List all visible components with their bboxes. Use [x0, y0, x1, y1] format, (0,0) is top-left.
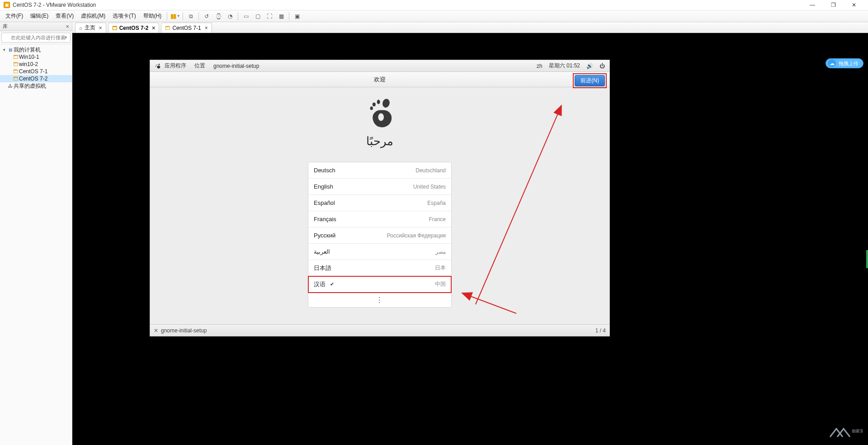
gnome-places-menu[interactable]: 位置: [194, 62, 205, 70]
language-row[interactable]: EspañolEspaña: [308, 195, 451, 211]
watermark-logo: 创新互联: [826, 423, 863, 441]
next-button[interactable]: 前进(N): [575, 75, 605, 86]
window-close-button[interactable]: ✕: [844, 0, 864, 10]
tree-vm-centos7-2[interactable]: 🗔CentOS 7-2: [0, 75, 72, 82]
language-country: France: [429, 216, 446, 222]
language-name: 汉语: [314, 280, 326, 289]
tool-view-unity[interactable]: ▢: [253, 11, 263, 21]
menu-tabs[interactable]: 选项卡(T): [109, 10, 139, 22]
language-row[interactable]: العربيةمصر: [308, 244, 451, 260]
language-name: العربية: [314, 248, 330, 255]
gnome-foot-logo: [364, 98, 396, 130]
library-panel: 库 × 🔍 ▼ ▾🖥 我的计算机 🗔Win10-1 🗔win10-2 🗔Cent…: [0, 22, 72, 445]
guest-screen: 应用程序 位置 gnome-initial-setup zh 星期六 01:52…: [150, 60, 609, 336]
gnome-clock[interactable]: 星期六 01:52: [549, 62, 580, 70]
menubar: 文件(F) 编辑(E) 查看(V) 虚拟机(M) 选项卡(T) 帮助(H) ▮▮…: [0, 10, 868, 22]
language-country: United States: [413, 184, 446, 190]
tab-centos7-2[interactable]: 🗔 CentOS 7-2 ×: [108, 23, 160, 33]
svg-text:创新互联: 创新互联: [852, 429, 863, 433]
language-more-button[interactable]: ⋮: [308, 293, 451, 307]
svg-point-3: [370, 107, 373, 110]
language-name: Deutsch: [314, 167, 335, 174]
right-edge-indicator: [866, 250, 868, 268]
gnome-active-app[interactable]: gnome-initial-setup: [213, 63, 259, 69]
menu-file[interactable]: 文件(F): [2, 10, 27, 22]
svg-point-1: [377, 100, 380, 104]
language-name: English: [314, 183, 333, 190]
tool-thumbnail[interactable]: ▣: [292, 11, 302, 21]
svg-point-0: [382, 98, 391, 109]
language-country: Российская Федерация: [387, 232, 446, 239]
tab-home[interactable]: ⌂ 主页 ×: [75, 23, 106, 33]
pause-button[interactable]: ▮▮▼: [170, 11, 180, 21]
drag-upload-badge[interactable]: ☁ 拖拽上传: [826, 58, 863, 68]
language-name: Español: [314, 199, 335, 206]
gnome-applications-menu[interactable]: 应用程序: [165, 62, 186, 70]
language-country: Deutschland: [415, 167, 446, 174]
tab-close-icon[interactable]: ×: [99, 25, 102, 31]
language-row[interactable]: 汉语✔中国: [308, 276, 451, 293]
language-row[interactable]: РусскийРоссийская Федерация: [308, 227, 451, 244]
gnome-bottom-taskbar: ✕ gnome-initial-setup 1 / 4: [150, 324, 609, 336]
svg-point-4: [378, 114, 384, 121]
language-row[interactable]: FrançaisFrance: [308, 211, 451, 227]
library-search-input[interactable]: [1, 33, 71, 43]
library-close-button[interactable]: ×: [66, 23, 69, 30]
tree-vm-centos7-1[interactable]: 🗔CentOS 7-1: [0, 68, 72, 75]
annotation-box-next: 前进(N): [573, 73, 607, 88]
language-name: Français: [314, 216, 336, 222]
search-dropdown-icon[interactable]: ▼: [64, 35, 68, 40]
language-row[interactable]: DeutschDeutschland: [308, 162, 451, 179]
home-icon: ⌂: [79, 25, 82, 31]
tool-view-multi[interactable]: ▦: [276, 11, 286, 21]
language-row[interactable]: 日本語日本: [308, 260, 451, 276]
language-country: مصر: [435, 249, 446, 255]
tool-revert[interactable]: ↺: [202, 11, 212, 21]
window-titlebar: ▣ CentOS 7-2 - VMware Workstation — ❐ ✕: [0, 0, 868, 10]
check-icon: ✔: [330, 281, 334, 287]
vm-console-view[interactable]: ☁ 拖拽上传 应用程序 位置 gnome-initial-setup zh 星期…: [72, 33, 868, 445]
tree-vm-win10-1[interactable]: 🗔Win10-1: [0, 53, 72, 61]
menu-vm[interactable]: 虚拟机(M): [77, 10, 109, 22]
language-list: DeutschDeutschlandEnglishUnited StatesEs…: [308, 162, 452, 308]
initial-setup-header: 欢迎 前进(N): [150, 72, 609, 87]
taskbar-app-button[interactable]: gnome-initial-setup: [161, 327, 207, 334]
tool-view-fullscreen[interactable]: ⛶: [264, 11, 274, 21]
vmware-icon: ▣: [4, 2, 10, 8]
window-maximize-button[interactable]: ❐: [823, 0, 844, 10]
power-icon[interactable]: ⏻: [599, 63, 605, 69]
workspace-indicator[interactable]: 1 / 4: [595, 327, 606, 334]
menu-edit[interactable]: 编辑(E): [27, 10, 52, 22]
volume-icon[interactable]: 🔊: [586, 63, 593, 69]
tool-clock[interactable]: ◔: [225, 11, 235, 21]
language-country: España: [427, 200, 446, 206]
tree-my-computer[interactable]: ▾🖥 我的计算机: [0, 46, 72, 53]
language-country: 中国: [435, 280, 446, 288]
language-name: Русский: [314, 232, 335, 239]
svg-line-5: [476, 105, 561, 304]
welcome-title: 欢迎: [374, 76, 386, 84]
greeting-text: مرحبًا: [366, 134, 393, 148]
vm-tabs-row: ⌂ 主页 × 🗔 CentOS 7-2 × 🗔 CentOS 7-1 ×: [72, 22, 868, 33]
gnome-top-bar: 应用程序 位置 gnome-initial-setup zh 星期六 01:52…: [150, 60, 609, 72]
initial-setup-body: مرحبًا DeutschDeutschlandEnglishUnited S…: [150, 87, 609, 324]
window-title: CentOS 7-2 - VMware Workstation: [13, 2, 96, 8]
tree-vm-win10-2[interactable]: 🗔win10-2: [0, 61, 72, 68]
svg-line-6: [462, 293, 516, 313]
language-row[interactable]: EnglishUnited States: [308, 179, 451, 195]
language-name: 日本語: [314, 264, 331, 272]
tool-snapshot-mgr[interactable]: ⌚: [213, 11, 223, 21]
window-minimize-button[interactable]: —: [802, 0, 823, 10]
language-country: 日本: [435, 264, 446, 272]
snapshot-button[interactable]: ⧉: [186, 11, 196, 21]
menu-help[interactable]: 帮助(H): [140, 10, 165, 22]
tab-close-icon[interactable]: ×: [152, 25, 155, 31]
taskbar-app-icon[interactable]: ✕: [154, 327, 158, 334]
menu-view[interactable]: 查看(V): [52, 10, 77, 22]
tree-shared-vms[interactable]: 🖧 共享的虚拟机: [0, 82, 72, 90]
tab-centos7-1[interactable]: 🗔 CentOS 7-1 ×: [161, 23, 212, 33]
tab-close-icon[interactable]: ×: [205, 25, 208, 31]
tool-view-console[interactable]: ▭: [241, 11, 251, 21]
cloud-icon: ☁: [828, 59, 836, 67]
gnome-input-indicator[interactable]: zh: [537, 63, 542, 69]
